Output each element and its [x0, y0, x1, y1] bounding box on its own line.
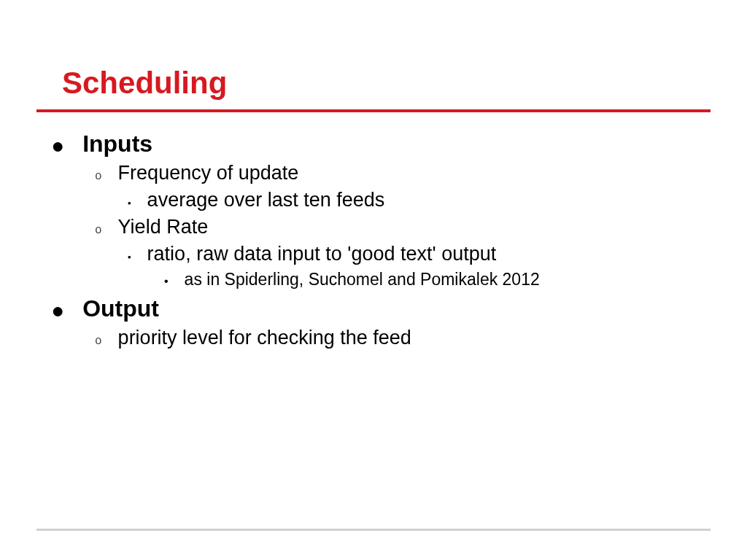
section-output: ● Output o priority level for checking t… [44, 295, 711, 349]
bullet-disc-icon: ● [51, 300, 64, 322]
bullet-circle-icon: o [95, 335, 102, 348]
list-item: ▪ ratio, raw data input to 'good text' o… [128, 243, 711, 265]
slide-content: ● Inputs o Frequency of update ▪ average… [36, 131, 711, 349]
section-inputs: ● Inputs o Frequency of update ▪ average… [44, 131, 711, 289]
slide-title: Scheduling [62, 66, 711, 101]
list-item: • as in Spiderling, Suchomel and Pomikal… [164, 270, 711, 289]
section-heading: Output [82, 295, 159, 322]
list-item: o priority level for checking the feed [95, 327, 711, 349]
section-heading: Inputs [82, 131, 152, 158]
item-text: Frequency of update [118, 162, 299, 184]
bullet-circle-icon: o [95, 170, 102, 183]
list-item: ● Output [44, 295, 711, 322]
list-item: o Yield Rate [95, 216, 711, 238]
bullet-circle-icon: o [95, 224, 102, 237]
sublist: o Frequency of update ▪ average over las… [95, 162, 711, 289]
bullet-square-icon: ▪ [128, 198, 131, 209]
item-text: ratio, raw data input to 'good text' out… [147, 243, 497, 265]
bullet-dot-icon: • [164, 275, 169, 288]
slide: Scheduling ● Inputs o Frequency of updat… [0, 0, 747, 560]
item-text: Yield Rate [118, 216, 209, 238]
footer-divider [36, 529, 711, 531]
sublist: o priority level for checking the feed [95, 327, 711, 349]
sublist: ▪ ratio, raw data input to 'good text' o… [128, 243, 711, 289]
sublist: • as in Spiderling, Suchomel and Pomikal… [164, 270, 711, 289]
list-item: o Frequency of update [95, 162, 711, 184]
list-item: ● Inputs [44, 131, 711, 158]
sublist: ▪ average over last ten feeds [128, 189, 711, 211]
item-text: average over last ten feeds [147, 189, 385, 211]
bullet-disc-icon: ● [51, 135, 64, 157]
title-divider [36, 109, 711, 112]
bullet-square-icon: ▪ [128, 252, 131, 262]
list-item: ▪ average over last ten feeds [128, 189, 711, 211]
item-text: as in Spiderling, Suchomel and Pomikalek… [185, 270, 540, 289]
item-text: priority level for checking the feed [118, 327, 411, 349]
